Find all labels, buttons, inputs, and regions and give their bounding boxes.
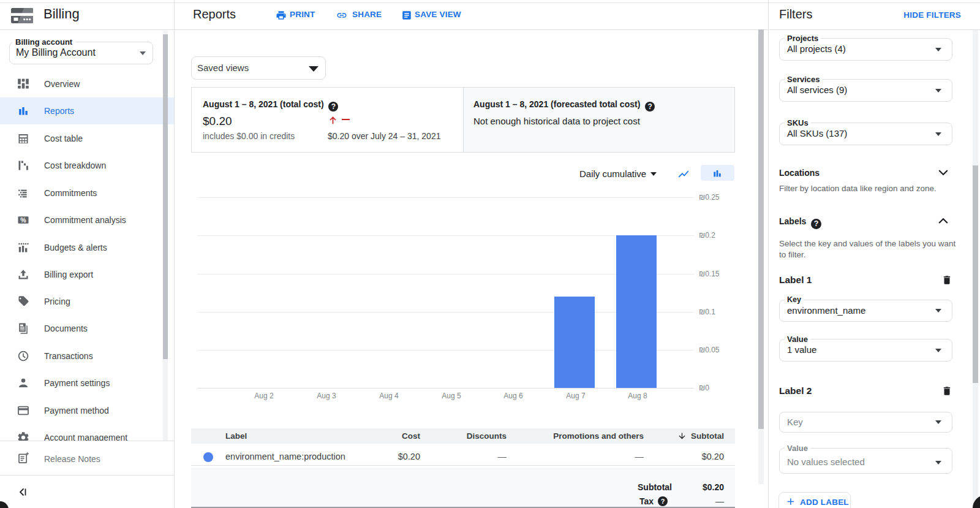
svg-text:%: %	[20, 216, 26, 224]
